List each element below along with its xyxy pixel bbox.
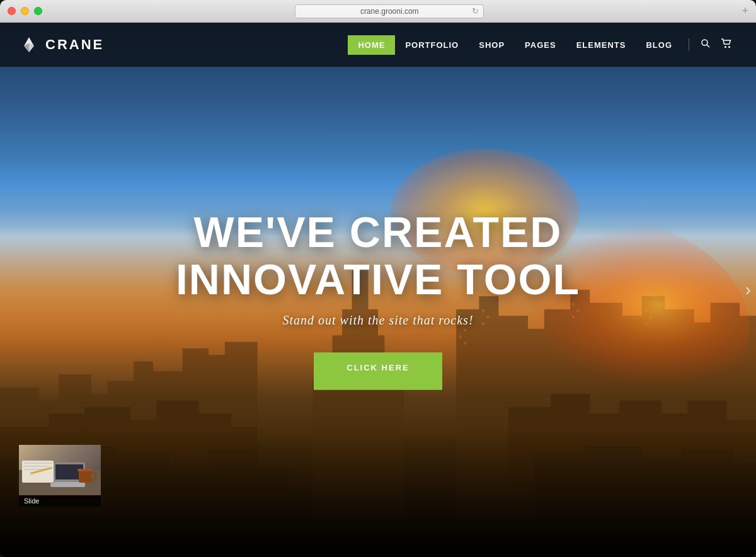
mac-titlebar: crane.grooni.com ↻ + (0, 0, 756, 23)
nav-link-home[interactable]: HOME (348, 35, 395, 55)
logo-link[interactable]: CRANE (19, 35, 104, 55)
svg-rect-84 (50, 482, 85, 487)
svg-rect-78 (24, 462, 52, 464)
nav-item-elements[interactable]: ELEMENTS (566, 35, 636, 55)
nav-link-portfolio[interactable]: PORTFOLIO (395, 35, 469, 55)
svg-rect-79 (24, 466, 49, 467)
logo-text: CRANE (45, 37, 104, 53)
nav-item-home[interactable]: HOME (348, 35, 395, 55)
nav-item-blog[interactable]: BLOG (636, 35, 682, 55)
nav-item-shop[interactable]: SHOP (469, 35, 515, 55)
hero-bottom-overlay (0, 431, 756, 557)
slide-label: Slide (19, 495, 101, 507)
nav-link-elements[interactable]: ELEMENTS (566, 35, 636, 55)
add-tab-button[interactable]: + (742, 4, 748, 18)
urlbar-area: crane.grooni.com ↻ (42, 4, 736, 18)
nav-link-pages[interactable]: PAGES (515, 35, 566, 55)
slide-preview-image[interactable] (19, 445, 101, 495)
slide-img-svg (19, 445, 101, 495)
nav-item-portfolio[interactable]: PORTFOLIO (395, 35, 469, 55)
website-content: CRANE HOME PORTFOLIO SHOP PAGES (0, 23, 756, 557)
hero-title: WE'VE CREATED INNOVATIVE TOOL (76, 209, 680, 303)
reload-button[interactable]: ↻ (472, 6, 479, 16)
minimize-window-button[interactable] (21, 7, 29, 15)
url-bar[interactable]: crane.grooni.com (295, 4, 484, 18)
svg-point-74 (724, 46, 726, 48)
cart-button[interactable] (716, 33, 737, 56)
svg-point-75 (728, 46, 730, 48)
mac-window-controls (8, 7, 42, 15)
search-icon (701, 38, 711, 49)
nav-link-blog[interactable]: BLOG (636, 35, 682, 55)
slide-thumbnail: Slide (19, 445, 101, 507)
svg-point-72 (702, 40, 707, 45)
nav-link-shop[interactable]: SHOP (469, 35, 515, 55)
cart-icon (721, 38, 732, 49)
hero-title-line1: WE'VE CREATED (194, 208, 563, 256)
slide-image-inner (19, 445, 101, 495)
hero-cta-button[interactable]: CLICK HERE (314, 352, 442, 389)
close-window-button[interactable] (8, 7, 16, 15)
nav-item-pages[interactable]: PAGES (515, 35, 566, 55)
hero-section: CRANE HOME PORTFOLIO SHOP PAGES (0, 23, 756, 557)
maximize-window-button[interactable] (34, 7, 42, 15)
mac-window: crane.grooni.com ↻ + (0, 0, 756, 557)
hero-content: WE'VE CREATED INNOVATIVE TOOL Stand out … (76, 209, 680, 390)
svg-rect-87 (77, 469, 93, 471)
nav-divider (689, 38, 689, 51)
slide-next-button[interactable]: › (745, 280, 751, 300)
navbar: CRANE HOME PORTFOLIO SHOP PAGES (0, 23, 756, 67)
svg-line-73 (707, 45, 709, 47)
nav-menu: HOME PORTFOLIO SHOP PAGES ELEMENTS (348, 35, 682, 55)
search-button[interactable] (696, 33, 716, 56)
crane-logo-icon (19, 35, 39, 55)
hero-subtitle: Stand out with the site that rocks! (76, 313, 680, 327)
hero-title-line2: INNOVATIVE TOOL (176, 255, 580, 302)
